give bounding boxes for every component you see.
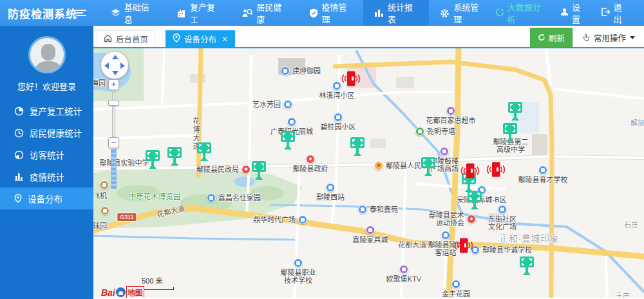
nav-item-label: 统计报表 [388, 1, 418, 25]
device-marker-online[interactable] [502, 122, 518, 144]
poi-icon[interactable] [287, 117, 296, 126]
nav-item-4[interactable]: 疫情管理 [298, 0, 363, 26]
poi-icon[interactable] [498, 205, 507, 214]
device-distribution-map[interactable]: 花博大道花都大道花都大道G311中原花木博览园正和·曼城印象石庄王庄海园解放鄢陵… [93, 48, 644, 298]
device-marker-online[interactable] [144, 150, 161, 171]
poi-icon[interactable] [283, 100, 292, 109]
greeting-text: 您好！欢迎登录 [17, 80, 76, 92]
zoom-level-bar[interactable] [111, 149, 117, 189]
poi-icon[interactable]: ★ [374, 161, 383, 170]
tab-1[interactable]: 后台首页 [97, 30, 155, 47]
poi-label: 鼎华时代广场 [253, 216, 296, 224]
area-label: 石庄 [624, 219, 638, 229]
nav-right-label: 大数据分析 [507, 1, 546, 25]
poi-icon[interactable] [100, 206, 109, 215]
poi-icon[interactable]: ★ [242, 165, 251, 174]
nav-right-3[interactable]: 退出 [601, 1, 629, 25]
device-marker-online[interactable] [507, 101, 524, 123]
tab-2[interactable]: 设备分布✕ [166, 30, 235, 47]
poi-label: 鄢陵县育才学校 [518, 176, 568, 184]
residents-icon [242, 8, 252, 17]
poi-icon[interactable] [451, 280, 460, 289]
device-marker-online[interactable] [166, 146, 183, 168]
user-icon [560, 8, 569, 18]
nav-item-3[interactable]: 居民健康 [231, 0, 298, 26]
nav-item-6[interactable]: 系统管理 [429, 0, 495, 26]
poi-icon[interactable] [415, 127, 424, 136]
sidebar-item-5[interactable]: 设备分布 [0, 188, 93, 209]
top-navbar: 防疫检测系统 基础信息复产复工居民健康疫情管理统计报表系统管理 大数据分析设置退… [0, 0, 644, 26]
poi-label: 鑫陵家具城 [353, 236, 388, 244]
poi-icon[interactable] [358, 205, 367, 214]
device-marker-alarm[interactable] [452, 237, 475, 256]
zoom-in-button[interactable]: + [108, 79, 119, 90]
close-icon[interactable]: ✕ [222, 35, 228, 44]
app-title: 防疫检测系统 [0, 5, 72, 21]
poi-icon[interactable] [446, 106, 455, 115]
device-marker-alarm[interactable] [459, 162, 482, 182]
common-operations-button[interactable]: 常用操作 [573, 28, 644, 47]
poi-icon[interactable] [538, 166, 547, 175]
poi-label: 鄢陵县职业技术学校 [281, 269, 316, 284]
poi-icon[interactable]: ★ [306, 155, 315, 164]
poi-icon[interactable] [399, 265, 408, 274]
device-marker-online[interactable] [349, 137, 366, 159]
area-label: 王庄 [616, 290, 630, 298]
zoom-out-button[interactable]: − [108, 137, 119, 148]
poi-icon[interactable] [366, 226, 375, 235]
nav-item-5[interactable]: 统计报表 [363, 0, 429, 26]
map-overlay: 花博大道花都大道花都大道G311中原花木博览园正和·曼城印象石庄王庄海园解放鄢陵… [93, 48, 644, 298]
device-marker-alarm[interactable] [484, 161, 507, 180]
zoom-slider-track[interactable] [112, 92, 115, 137]
sidebar-item-4[interactable]: 疫情统计 [0, 166, 93, 188]
nav-item-label: 系统管理 [453, 1, 484, 25]
baidu-map-word: 地图 [126, 286, 144, 298]
nav-right-2[interactable]: 设置 [560, 1, 587, 25]
poi-icon[interactable] [326, 183, 335, 192]
device-marker-online[interactable] [420, 157, 437, 178]
poi-icon[interactable] [100, 180, 109, 189]
bigdata-icon [495, 8, 504, 19]
sidebar-item-label: 设备分布 [28, 192, 62, 205]
poi-icon[interactable] [207, 193, 216, 202]
poi-icon[interactable] [440, 147, 449, 156]
poi-icon[interactable] [441, 231, 450, 240]
tab-label: 后台首页 [116, 33, 148, 45]
poi-label: 建坤御园 [292, 67, 321, 75]
bars-icon [14, 172, 24, 181]
pie2-icon [14, 150, 24, 160]
device-marker-online[interactable] [251, 160, 267, 182]
nav-item-label: 基础信息 [124, 1, 155, 25]
road-label: G311 [117, 213, 137, 222]
poi-label: 碧桂园小区 [321, 123, 356, 131]
refresh-label: 刷新 [549, 32, 565, 44]
collapse-menu-icon[interactable] [72, 0, 91, 26]
sidebar-item-2[interactable]: 居民健康统计 [0, 122, 93, 144]
avatar[interactable] [28, 36, 66, 73]
refresh-icon [538, 34, 545, 41]
nav-right: 大数据分析设置退出 [495, 1, 644, 25]
zoom-slider-handle[interactable] [108, 100, 119, 106]
device-marker-online[interactable] [466, 190, 483, 212]
sidebar-item-1[interactable]: 复产复工统计 [0, 100, 93, 122]
poi-icon[interactable] [294, 258, 303, 267]
nav-item-1[interactable]: 基础信息 [100, 0, 166, 26]
nav-item-2[interactable]: 复产复工 [166, 0, 231, 26]
refresh-button[interactable]: 刷新 [530, 28, 573, 47]
poi-icon[interactable] [334, 113, 343, 122]
area-label: 解放 [630, 117, 644, 128]
map-pan-control[interactable] [100, 51, 129, 79]
poi-icon[interactable] [281, 66, 290, 75]
device-marker-alarm[interactable] [339, 70, 363, 90]
hand-pointer-icon [582, 34, 590, 42]
device-marker-online[interactable] [279, 130, 296, 152]
sidebar-item-3[interactable]: 访客统计 [0, 144, 93, 166]
poi-icon[interactable] [298, 215, 307, 224]
poi-label: 林溪湾小区 [319, 92, 355, 99]
poi-icon[interactable]: ★ [467, 215, 476, 224]
device-marker-online[interactable] [518, 256, 535, 278]
device-marker-online[interactable] [196, 142, 213, 164]
poi-label: 金丰花园 [442, 290, 470, 298]
nav-right-1[interactable]: 大数据分析 [495, 1, 546, 25]
area-label: 球园 [93, 220, 107, 231]
